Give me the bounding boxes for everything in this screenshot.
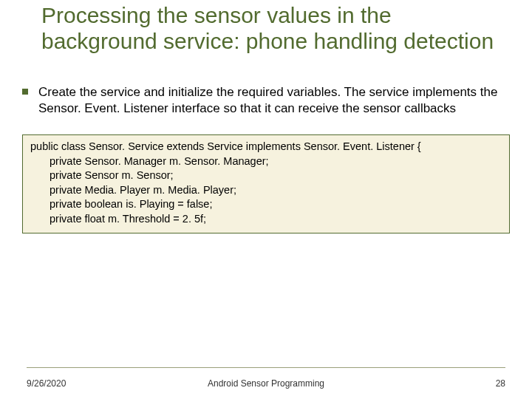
code-line: public class Sensor. Service extends Ser… (30, 140, 502, 154)
code-line: private float m. Threshold = 2. 5f; (30, 212, 502, 227)
footer-divider (27, 367, 505, 368)
square-bullet-icon (22, 89, 28, 95)
code-line: private Sensor. Manager m. Sensor. Manag… (30, 154, 502, 169)
code-line: private boolean is. Playing = false; (30, 197, 502, 212)
page-number: 28 (496, 378, 505, 389)
slide-title: Processing the sensor values in the back… (41, 3, 499, 54)
bullet-item: Create the service and initialize the re… (22, 84, 510, 117)
code-line: private Sensor m. Sensor; (30, 168, 502, 183)
slide-footer: 9/26/2020 Android Sensor Programming 28 (27, 378, 505, 389)
footer-date: 9/26/2020 (27, 378, 66, 389)
footer-title: Android Sensor Programming (27, 378, 505, 389)
code-line: private Media. Player m. Media. Player; (30, 183, 502, 198)
slide-body: Create the service and initialize the re… (22, 84, 510, 233)
code-block: public class Sensor. Service extends Ser… (22, 134, 510, 233)
bullet-text: Create the service and initialize the re… (38, 84, 510, 117)
